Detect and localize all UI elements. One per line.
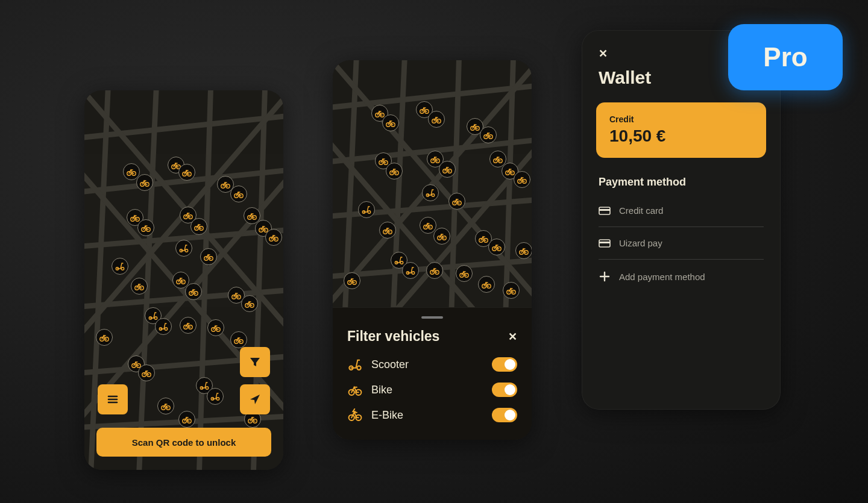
bike-icon (491, 242, 502, 252)
bike-icon (134, 281, 145, 292)
vehicle-marker[interactable] (478, 276, 495, 293)
vehicle-marker[interactable] (230, 331, 247, 348)
vehicle-marker[interactable] (426, 262, 443, 279)
svg-rect-12 (599, 242, 610, 243)
bike-icon (378, 155, 389, 166)
filter-toggle-scooter[interactable] (492, 357, 517, 372)
bike-icon (244, 298, 255, 309)
bike-icon (247, 210, 257, 221)
vehicle-marker[interactable] (448, 193, 465, 210)
vehicle-marker[interactable] (138, 364, 155, 381)
vehicle-marker[interactable] (358, 201, 375, 218)
bike-icon (419, 104, 430, 115)
bike-icon (220, 179, 231, 190)
vehicle-marker[interactable] (180, 317, 197, 334)
vehicle-marker[interactable] (422, 184, 439, 201)
scooter-icon (199, 380, 210, 391)
sheet-handle[interactable] (421, 316, 443, 319)
vehicle-marker[interactable] (503, 282, 520, 299)
bike-icon (126, 166, 137, 177)
bike-icon (431, 114, 442, 125)
vehicle-marker[interactable] (155, 318, 172, 335)
payment-method-heading: Payment method (582, 158, 781, 195)
vehicle-marker[interactable] (190, 218, 207, 235)
bike-icon (160, 401, 171, 411)
vehicle-marker[interactable] (402, 262, 419, 279)
close-icon: ✕ (599, 48, 608, 60)
vehicle-marker[interactable] (382, 114, 399, 131)
filter-toggle-bike[interactable] (492, 383, 517, 397)
locate-button[interactable] (240, 384, 270, 414)
bike-icon (442, 164, 453, 175)
credit-amount: 10,50 € (609, 127, 753, 146)
bike-icon (188, 286, 199, 297)
vehicle-marker[interactable] (175, 240, 192, 257)
pro-badge: Pro (728, 24, 843, 90)
vehicle-marker[interactable] (515, 242, 532, 259)
vehicle-marker[interactable] (480, 127, 497, 143)
bike-icon (459, 268, 470, 279)
vehicle-marker[interactable] (178, 164, 195, 181)
vehicle-marker[interactable] (137, 219, 154, 236)
vehicle-marker[interactable] (420, 217, 436, 234)
payment-method-uizard-pay[interactable]: Uizard pay (599, 227, 764, 260)
vehicle-marker[interactable] (344, 272, 360, 289)
scooter-icon (178, 243, 189, 254)
scooter-icon (394, 255, 404, 266)
bike-icon (233, 334, 244, 345)
vehicle-marker[interactable] (439, 161, 456, 178)
bike-icon (451, 196, 462, 207)
vehicle-marker[interactable] (230, 186, 247, 202)
scooter-icon (361, 204, 372, 215)
menu-button[interactable] (98, 384, 128, 414)
vehicle-marker[interactable] (207, 388, 224, 405)
bike-icon (268, 232, 279, 243)
scooter-icon (405, 265, 416, 276)
vehicle-marker[interactable] (241, 295, 258, 312)
filter-bottom-sheet: Filter vehicles ✕ Scooter Bike E-Bike (333, 307, 532, 440)
filter-close-button[interactable]: ✕ (508, 330, 517, 343)
payment-method-credit-card[interactable]: Credit card (599, 195, 764, 227)
vehicle-marker[interactable] (488, 239, 505, 255)
vehicle-marker[interactable] (136, 174, 153, 191)
bike-icon (483, 130, 494, 140)
vehicle-marker[interactable] (178, 411, 195, 428)
bike-icon (233, 189, 244, 199)
bike-icon (139, 177, 150, 188)
bike-icon (203, 251, 214, 262)
filter-toggle-ebike[interactable] (492, 408, 517, 422)
vehicle-marker[interactable] (386, 163, 403, 180)
bike-icon (141, 367, 152, 378)
scooter-icon (158, 321, 169, 332)
payment-method-label: Credit card (619, 205, 663, 216)
pro-badge-label: Pro (763, 42, 807, 72)
vehicle-marker[interactable] (207, 319, 224, 336)
bike-icon (505, 166, 515, 177)
ebike-icon (347, 407, 363, 423)
vehicle-marker[interactable] (514, 171, 530, 188)
scan-qr-button[interactable]: Scan QR code to unlock (96, 428, 271, 457)
filter-row-ebike: E-Bike (347, 407, 517, 423)
add-payment-method-button[interactable]: Add payment method (599, 260, 764, 293)
filter-screen: Filter vehicles ✕ Scooter Bike E-Bike (333, 60, 532, 440)
vehicle-marker[interactable] (433, 228, 450, 245)
filter-button[interactable] (240, 347, 270, 377)
bike-icon (385, 117, 396, 128)
bike-icon (478, 233, 489, 244)
vehicle-marker[interactable] (265, 229, 282, 246)
vehicle-marker[interactable] (131, 278, 148, 295)
bike-icon (247, 414, 258, 425)
filter-title: Filter vehicles (347, 328, 439, 345)
vehicle-marker[interactable] (185, 283, 202, 300)
vehicle-marker[interactable] (96, 329, 113, 346)
vehicle-marker[interactable] (456, 265, 473, 282)
bike-icon (481, 279, 492, 290)
vehicle-marker[interactable] (157, 398, 174, 414)
vehicle-marker[interactable] (112, 258, 128, 275)
vehicle-marker[interactable] (200, 248, 217, 265)
vehicle-marker[interactable] (379, 222, 396, 239)
vehicle-marker[interactable] (428, 111, 445, 128)
payment-method-label: Uizard pay (619, 238, 662, 248)
credit-balance-card[interactable]: Credit 10,50 € (596, 102, 766, 158)
bike-icon (210, 322, 221, 333)
